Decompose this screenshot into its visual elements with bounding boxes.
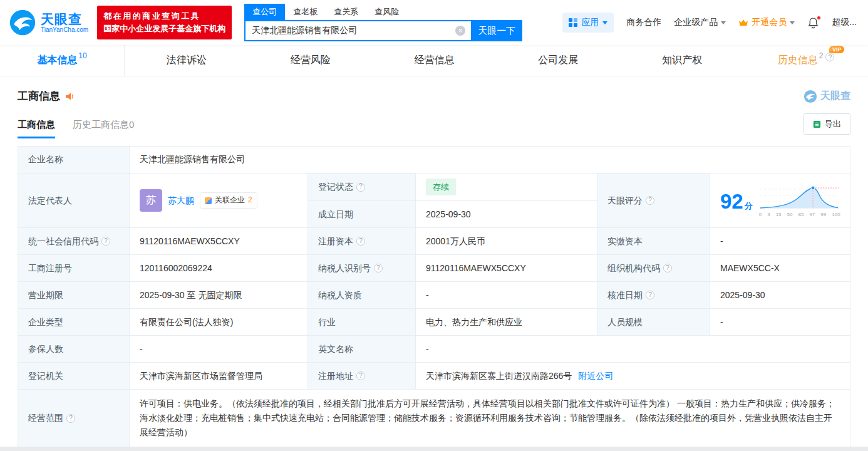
search-input[interactable]	[244, 20, 471, 41]
tianyancha-company-page: 天眼查 TianYanCha.com 都在用的商业查询工具 国家中小企业发展子基…	[0, 0, 868, 451]
watermark-text: 天眼查	[820, 90, 850, 103]
logo-domain-text: TianYanCha.com	[41, 26, 88, 33]
tab-label: 经营信息	[415, 54, 455, 67]
subtab-history-business-info[interactable]: 历史工商信息0	[73, 119, 134, 138]
help-icon[interactable]: ?	[825, 53, 834, 61]
menu-enterprise-products[interactable]: 企业级产品	[674, 17, 726, 28]
help-icon[interactable]: ?	[356, 371, 365, 380]
tianyancha-watermark: 天眼查	[803, 90, 850, 103]
legal-rep-name-link[interactable]: 苏大鹏	[168, 194, 194, 208]
subtab-business-info[interactable]: 工商信息	[18, 119, 55, 138]
tab-basic-info[interactable]: 基本信息 10	[0, 45, 125, 76]
subtabs-row: 工商信息 历史工商信息0 导出	[18, 113, 850, 138]
notification-bell-icon[interactable]	[807, 17, 819, 29]
tab-label: 历史信息	[778, 54, 818, 67]
value-staff-size: -	[710, 309, 850, 336]
tianyancha-logo-icon	[9, 9, 36, 36]
score-axis: 0 3 15 50 85 97 99 100	[759, 210, 840, 219]
main-content: 工商信息 天眼查 工商信息 历史工商信息0	[0, 89, 868, 447]
label-registration-number: 工商注册号	[18, 255, 130, 282]
search-tabs: 查公司 查老板 查关系 查风险	[244, 4, 522, 20]
label-taxpayer-quality: 纳税人资质	[308, 282, 416, 309]
related-company-label: 关联企业	[215, 194, 245, 207]
tab-label: 基本信息	[37, 54, 77, 67]
label-business-scope: 经营范围 ?	[18, 390, 130, 447]
menu-super-vip[interactable]: 超级...	[832, 17, 857, 28]
legal-rep-avatar[interactable]: 苏	[140, 189, 162, 212]
tab-label: 公司发展	[538, 54, 578, 67]
value-registration-authority: 天津市滨海新区市场监督管理局	[130, 363, 308, 390]
help-icon[interactable]: ?	[646, 196, 654, 205]
tianyancha-logo[interactable]: 天眼查 TianYanCha.com	[9, 9, 88, 36]
tab-count: 10	[78, 51, 86, 60]
tab-intellectual-property[interactable]: 知识产权	[620, 45, 744, 76]
related-company-tag[interactable]: 关联企业 2	[200, 192, 257, 209]
export-button[interactable]: 导出	[803, 113, 850, 135]
menu-enterprise-label: 企业级产品	[674, 17, 718, 28]
search-tab-risk[interactable]: 查风险	[366, 4, 407, 20]
tab-company-development[interactable]: 公司发展	[496, 45, 620, 76]
crown-icon	[738, 19, 748, 26]
registered-address-text: 天津市滨海新区寨上街道汉南路266号	[426, 369, 572, 383]
export-label: 导出	[825, 118, 841, 130]
value-registered-capital: 20001万人民币	[416, 228, 597, 255]
tab-count: 2	[819, 51, 824, 60]
promo-line2: 国家中小企业发展子基金旗下机构	[103, 23, 225, 35]
apps-grid-icon	[569, 18, 577, 27]
search-tab-relation[interactable]: 查关系	[326, 4, 366, 20]
value-taxpayer-id: 91120116MAEWX5CCXY	[416, 255, 597, 282]
tab-operating-risk[interactable]: 经营风险	[249, 45, 373, 76]
label-establish-date: 成立日期	[308, 201, 416, 228]
tab-history-info[interactable]: 历史信息 2 ? VIP	[744, 45, 868, 76]
help-icon[interactable]: ?	[646, 291, 654, 299]
value-registration-status: 存续	[416, 174, 597, 201]
menu-open-vip[interactable]: 开通会员	[738, 17, 795, 28]
label-tianyan-score: 天眼评分 ?	[597, 174, 710, 228]
label-approval-date: 核准日期 ?	[597, 282, 710, 309]
promo-line1: 都在用的商业查询工具	[103, 10, 225, 23]
search-tab-boss[interactable]: 查老板	[285, 4, 326, 20]
announcement-horn-icon[interactable]	[65, 91, 75, 101]
tab-operating-info[interactable]: 经营信息	[373, 45, 497, 76]
help-icon[interactable]: ?	[66, 414, 75, 423]
score-axis-tick: 99	[820, 210, 826, 219]
promo-banner: 都在用的商业查询工具 国家中小企业发展子基金旗下机构	[97, 6, 232, 39]
label-company-type: 企业类型	[18, 309, 130, 336]
label-insured-count: 参保人数	[18, 336, 130, 363]
search-button[interactable]: 天眼一下	[471, 20, 522, 41]
caret-down-icon	[721, 21, 726, 24]
value-industry: 电力、热力生产和供应业	[416, 309, 597, 336]
help-icon[interactable]: ?	[356, 237, 365, 246]
score-chart: 0 3 15 50 85 97 99 100	[759, 184, 840, 219]
value-legal-representative: 苏 苏大鹏 关联企业 2	[130, 174, 308, 228]
menu-business-cooperation[interactable]: 商务合作	[626, 17, 661, 28]
caret-down-icon	[602, 21, 607, 24]
vip-badge: VIP	[829, 46, 845, 53]
value-company-type: 有限责任公司(法人独资)	[130, 309, 308, 336]
label-registration-status: 登记状态 ?	[308, 174, 416, 201]
nearby-companies-link[interactable]: 附近公司	[578, 369, 613, 383]
caret-down-icon	[790, 21, 795, 24]
tab-label: 经营风险	[291, 54, 331, 67]
help-icon[interactable]: ?	[663, 264, 672, 272]
label-registered-address: 注册地址 ?	[308, 363, 416, 390]
search-tab-company[interactable]: 查公司	[244, 4, 285, 20]
related-company-count: 2	[248, 194, 252, 207]
score-axis-tick: 3	[767, 210, 770, 219]
value-taxpayer-quality: -	[416, 282, 597, 309]
label-business-term: 营业期限	[18, 282, 130, 309]
help-icon[interactable]: ?	[374, 264, 383, 272]
search-bar: × 天眼一下	[244, 20, 522, 41]
help-icon[interactable]: ?	[101, 237, 110, 246]
tab-legal-proceedings[interactable]: 法律诉讼	[125, 45, 249, 76]
label-company-name: 企业名称	[18, 147, 130, 174]
value-organization-code: MAEWX5CC-X	[710, 255, 850, 282]
apps-menu[interactable]: 应用	[562, 13, 614, 33]
value-insured-count: -	[130, 336, 308, 363]
search-area: 查公司 查老板 查关系 查风险 × 天眼一下	[244, 4, 522, 41]
logo-brand-text: 天眼查	[41, 12, 88, 26]
score-number: 92	[720, 190, 743, 213]
value-tianyan-score[interactable]: 92分 0 3	[710, 174, 850, 228]
score-axis-tick: 15	[776, 210, 782, 219]
help-icon[interactable]: ?	[356, 183, 365, 192]
